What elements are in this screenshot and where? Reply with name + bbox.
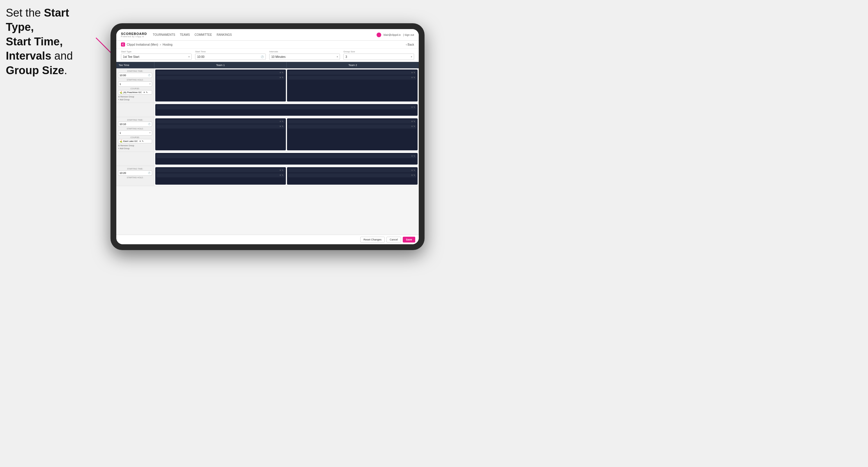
start-type-value: 1st Tee Start bbox=[123, 55, 139, 58]
player-remove-icon[interactable]: ✕ ✎ bbox=[411, 76, 415, 79]
group-size-group: Group Size 3 ▾ bbox=[343, 50, 414, 60]
col-header-team1: Team 1 bbox=[154, 62, 286, 68]
starting-hole-label-1: STARTING HOLE: bbox=[118, 79, 152, 81]
player-remove-icon[interactable]: ✕ ✎ bbox=[279, 76, 283, 79]
teams-col-2: ✕ ✎ ✕ ✎ ✕ ✎ ✕ ✎ bbox=[154, 117, 419, 152]
group-size-value: 3 bbox=[345, 55, 347, 58]
nav-bar: SCOREBOARD Powered by clipp.io TOURNAMEN… bbox=[116, 29, 419, 41]
nav-tournaments[interactable]: TOURNAMENTS bbox=[153, 32, 175, 37]
player-remove-icon[interactable]: ✕ ✎ bbox=[411, 106, 415, 108]
start-time-select[interactable]: 10:00 🕐 bbox=[195, 54, 266, 60]
team1-slot-1: ✕ ✎ ✕ ✎ bbox=[155, 69, 286, 101]
intervals-select[interactable]: 10 Minutes ▾ bbox=[269, 54, 340, 60]
add-group-1[interactable]: + Add Group bbox=[118, 98, 152, 101]
col-header-tee: Tee Time bbox=[116, 62, 154, 68]
back-button[interactable]: ‹ Back bbox=[406, 43, 414, 46]
add-group-2[interactable]: + Add Group bbox=[118, 147, 152, 150]
tee-col-1b bbox=[116, 103, 154, 117]
player-remove-icon[interactable]: ✕ ✎ bbox=[279, 169, 283, 172]
user-email: blair@clippd.io bbox=[383, 33, 401, 36]
course-icon-1: ⛳ bbox=[120, 91, 122, 94]
course-name-1: (A) Peachtree GC bbox=[123, 91, 142, 94]
player-row: ✕ ✎ bbox=[288, 168, 416, 173]
team2-slot-1: ✕ ✎ ✕ ✎ bbox=[287, 69, 417, 101]
nav-rankings[interactable]: RANKINGS bbox=[217, 32, 232, 37]
player-row: ✕ ✎ bbox=[156, 120, 285, 124]
hosting-label: Hosting bbox=[162, 43, 173, 46]
save-button[interactable]: Save bbox=[403, 237, 415, 243]
brand-icon: C bbox=[121, 42, 125, 46]
tee-col-3: STARTING TIME: 10:20 🕐 STARTING HOLE: bbox=[116, 166, 154, 186]
player-remove-icon[interactable]: ✕ ✎ bbox=[279, 120, 283, 123]
logo-subtitle: Powered by clipp.io bbox=[121, 35, 147, 37]
nav-links: TOURNAMENTS TEAMS COMMITTEE RANKINGS bbox=[153, 32, 377, 37]
remove-group-1[interactable]: ⊖ Remove Group bbox=[118, 95, 152, 98]
player-remove-icon[interactable]: ✕ ✎ bbox=[411, 169, 415, 172]
table-row: STARTING TIME: 10:20 🕐 STARTING HOLE: ✕ … bbox=[116, 166, 419, 186]
starting-hole-input-2[interactable]: 1 ▾ bbox=[118, 130, 152, 135]
breadcrumb: C Clippd Invitational (Men) › Hosting bbox=[121, 42, 173, 46]
intervals-value: 10 Minutes bbox=[271, 55, 285, 58]
reset-button[interactable]: Reset Changes bbox=[360, 237, 385, 243]
tournament-name[interactable]: Clippd Invitational (Men) bbox=[127, 43, 158, 46]
sub-header: C Clippd Invitational (Men) › Hosting ‹ … bbox=[116, 41, 419, 49]
course-tag-1: ⛳ (A) Peachtree GC ✕ ✎ bbox=[118, 90, 152, 94]
course-remove-1[interactable]: ✕ bbox=[143, 91, 145, 94]
intervals-group: Intervals 10 Minutes ▾ bbox=[269, 50, 340, 60]
player-remove-icon[interactable]: ✕ ✎ bbox=[411, 155, 415, 157]
player-remove-icon[interactable]: ✕ ✎ bbox=[279, 125, 283, 128]
player-remove-icon[interactable]: ✕ ✎ bbox=[411, 71, 415, 74]
col-header-team2: Team 2 bbox=[286, 62, 419, 68]
team1-slot-2b: ✕ ✎ bbox=[155, 153, 417, 164]
nav-committee[interactable]: COMMITTEE bbox=[194, 32, 212, 37]
bold-start-time: Start Time, bbox=[6, 35, 63, 48]
team2-slot-3: ✕ ✎ ✕ ✎ bbox=[287, 167, 417, 185]
instruction-block: Set the Start Type, Start Time, Interval… bbox=[6, 6, 99, 77]
group-size-select[interactable]: 3 ▾ bbox=[343, 54, 414, 60]
teams-col-1b: ✕ ✎ bbox=[154, 103, 419, 117]
group-actions-1: ⊖ Remove Group + Add Group bbox=[118, 95, 152, 101]
table-body: STARTING TIME: 10:00 🕐 STARTING HOLE: 1 … bbox=[116, 68, 419, 235]
player-row: ✕ ✎ bbox=[288, 75, 416, 80]
course-edit-1[interactable]: ✎ bbox=[146, 91, 148, 94]
table-row: STARTING TIME: 10:10 🕐 STARTING HOLE: 1 … bbox=[116, 117, 419, 152]
group-size-label: Group Size bbox=[343, 50, 414, 53]
starting-time-label-3: STARTING TIME: bbox=[118, 168, 152, 170]
cancel-button[interactable]: Cancel bbox=[386, 237, 401, 243]
start-time-value: 10:00 bbox=[197, 55, 205, 58]
start-time-chevron: 🕐 bbox=[261, 56, 264, 58]
table-row: ✕ ✎ bbox=[116, 103, 419, 117]
starting-time-input-3[interactable]: 10:20 🕐 bbox=[118, 170, 152, 176]
start-type-group: Start Type 1st Tee Start ▾ bbox=[121, 50, 192, 60]
course-label-2: COURSE: bbox=[118, 136, 152, 138]
player-remove-icon[interactable]: ✕ ✎ bbox=[411, 174, 415, 177]
course-icon-2: ⛳ bbox=[120, 140, 122, 143]
teams-col-3: ✕ ✎ ✕ ✎ ✕ ✎ ✕ ✎ bbox=[154, 166, 419, 186]
course-name-2: East Lake GC bbox=[123, 140, 138, 143]
player-row: ✕ ✎ bbox=[156, 168, 285, 173]
player-row: ✕ ✎ bbox=[156, 173, 285, 177]
player-remove-icon[interactable]: ✕ ✎ bbox=[411, 120, 415, 123]
nav-teams[interactable]: TEAMS bbox=[180, 32, 190, 37]
teams-col-2b: ✕ ✎ bbox=[154, 152, 419, 166]
player-row: ✕ ✎ bbox=[156, 154, 416, 158]
teams-col-1: ✕ ✎ ✕ ✎ ✕ ✎ ✕ ✎ bbox=[154, 68, 419, 103]
player-remove-icon[interactable]: ✕ ✎ bbox=[279, 71, 283, 74]
player-row: ✕ ✎ bbox=[156, 105, 416, 109]
player-remove-icon[interactable]: ✕ ✎ bbox=[279, 174, 283, 177]
tablet-device: SCOREBOARD Powered by clipp.io TOURNAMEN… bbox=[111, 23, 425, 250]
bold-start-type: Start Type, bbox=[6, 7, 69, 33]
starting-time-input-1[interactable]: 10:00 🕐 bbox=[118, 73, 152, 78]
course-remove-2[interactable]: ✕ bbox=[139, 140, 141, 143]
remove-group-2[interactable]: ⊖ Remove Group bbox=[118, 144, 152, 147]
team1-slot-3: ✕ ✎ ✕ ✎ bbox=[155, 167, 286, 185]
controls-row: Start Type 1st Tee Start ▾ Start Time 10… bbox=[116, 49, 419, 62]
player-remove-icon[interactable]: ✕ ✎ bbox=[411, 125, 415, 128]
starting-hole-input-1[interactable]: 1 ▾ bbox=[118, 82, 152, 87]
table-row: ✕ ✎ bbox=[116, 152, 419, 166]
start-type-select[interactable]: 1st Tee Start ▾ bbox=[121, 54, 192, 60]
starting-time-input-2[interactable]: 10:10 🕐 bbox=[118, 122, 152, 127]
table-header: Tee Time Team 1 Team 2 bbox=[116, 62, 419, 68]
course-edit-2[interactable]: ✎ bbox=[142, 140, 144, 143]
sign-out-link[interactable]: | Sign out bbox=[403, 33, 414, 36]
